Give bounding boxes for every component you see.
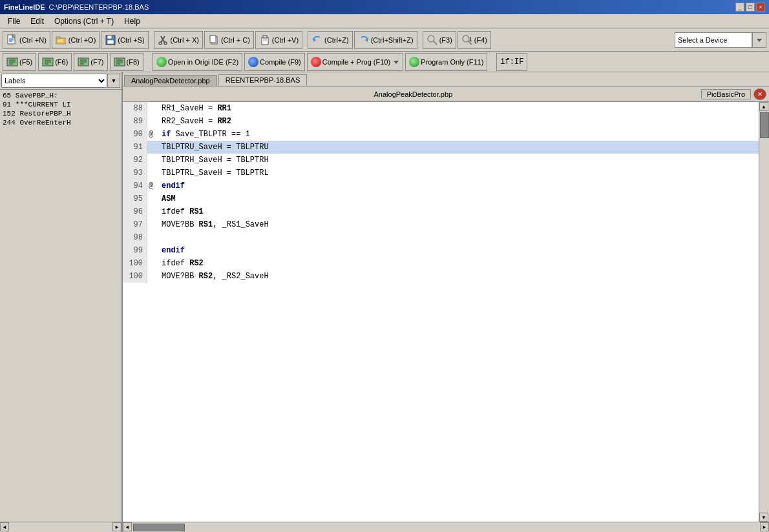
compile-label: Compile (F9): [260, 58, 301, 66]
vscroll-thumb[interactable]: [760, 112, 769, 138]
open-orig-ide-button[interactable]: Open in Origi IDE (F2): [153, 53, 242, 71]
toolbar2-f6-button[interactable]: (F6): [38, 53, 72, 71]
label-item[interactable]: 65 SavePBP_H:: [1, 91, 120, 100]
paste-button-label: (Ctrl +V): [272, 36, 299, 44]
open-button[interactable]: (Ctrl +O): [52, 31, 100, 49]
redo-button-label: (Ctrl+Shift+Z): [371, 36, 414, 44]
green-open-icon: [156, 57, 167, 67]
compile-button[interactable]: Compile (F9): [244, 53, 305, 71]
find-icon: [427, 34, 438, 46]
svg-point-14: [159, 42, 162, 45]
editor-mode[interactable]: PicBasicPro: [701, 89, 751, 99]
redo-icon: [358, 34, 370, 46]
code-line-99: 99 endif: [123, 244, 759, 257]
tb2-icon4: [114, 57, 125, 66]
left-panel-hscroll: ◄ ►: [0, 522, 121, 532]
undo-button[interactable]: (Ctrl+Z): [308, 31, 353, 49]
toolbar2-f7-button[interactable]: (F7): [74, 53, 107, 71]
labels-dropdown[interactable]: Labels: [1, 74, 107, 88]
toolbar1: (Ctrl +N) (Ctrl +O) (Ctrl +S) (Ctrl + X): [0, 28, 769, 52]
toolbar2: (F5) (F6) (F7) (F8) Open in Origi: [0, 52, 769, 72]
title-controls[interactable]: _ □ ×: [735, 3, 765, 12]
program-only-button[interactable]: Program Only (F11): [405, 53, 487, 71]
code-line-98: 98: [123, 231, 759, 244]
code-lines: 88 RR1_SaveH = RR1 89 RR2_SaveH = RR2 90…: [123, 102, 759, 522]
find-button-label: (F3): [439, 36, 452, 44]
tb2-icon2: [42, 57, 54, 66]
code-line-100: 100 ifdef RS2: [123, 257, 759, 270]
left-panel-header: Labels ▼: [0, 72, 121, 90]
new-button[interactable]: (Ctrl +N): [3, 31, 50, 49]
menu-file[interactable]: File: [3, 15, 25, 27]
code-line-96: 96 ifdef RS1: [123, 205, 759, 218]
svg-marker-47: [394, 61, 399, 64]
toolbar2-f8-button[interactable]: (F8): [110, 53, 143, 71]
svg-point-26: [463, 36, 469, 42]
toolbar2-f5-button[interactable]: (F5): [3, 53, 36, 71]
hscroll-thumb[interactable]: [133, 524, 185, 531]
menu-help[interactable]: Help: [119, 15, 145, 27]
close-window-button[interactable]: ×: [756, 3, 765, 12]
toolbar2-f7-label: (F7): [90, 58, 103, 66]
cut-icon: [158, 34, 169, 46]
tb2-icon3: [78, 57, 89, 66]
left-panel: Labels ▼ 65 SavePBP_H: 91 ***CURRENT LI …: [0, 72, 123, 532]
code-line-88: 88 RR1_SaveH = RR1: [123, 102, 759, 115]
save-button[interactable]: (Ctrl +S): [101, 31, 148, 49]
vscroll-track[interactable]: [759, 111, 769, 513]
svg-rect-19: [263, 36, 267, 38]
tab-reenter[interactable]: REENTERPBP-18.BAS: [218, 74, 308, 86]
code-line-94: 94 @ endif: [123, 179, 759, 192]
find-button[interactable]: (F3): [423, 31, 456, 49]
hscroll-track[interactable]: [132, 522, 760, 532]
title-bar: FineLineIDE C:\PBP\REENTERPBP-18.BAS _ □…: [0, 0, 769, 14]
tab-analog[interactable]: AnalogPeakDetector.pbp: [124, 75, 217, 86]
open-file-icon: [56, 34, 67, 46]
label-item[interactable]: 91 ***CURRENT LI: [1, 100, 120, 109]
vscroll-up-button[interactable]: ▲: [759, 102, 768, 111]
editor-hscrollbar: ◄ ►: [123, 522, 769, 532]
main-area: Labels ▼ 65 SavePBP_H: 91 ***CURRENT LI …: [0, 72, 769, 532]
hscroll-right-button[interactable]: ►: [760, 522, 769, 531]
vscroll-down-button[interactable]: ▼: [759, 513, 768, 522]
compile-icon: [248, 57, 258, 67]
device-select-input[interactable]: [675, 32, 752, 48]
open-button-label: (Ctrl +O): [68, 36, 96, 44]
left-hscroll-track[interactable]: [9, 522, 112, 532]
device-selector-container: [675, 32, 766, 48]
hscroll-left-button[interactable]: ◄: [123, 522, 132, 531]
code-line-90: 90 @ if Save_TBLPTR == 1: [123, 128, 759, 141]
left-hscroll-left[interactable]: ◄: [0, 522, 9, 531]
find-next-button[interactable]: (F4): [458, 31, 491, 49]
compile-prog-button[interactable]: Compile + Prog (F10): [307, 53, 403, 71]
label-item[interactable]: 152 RestorePBP_H: [1, 109, 120, 118]
program-only-label: Program Only (F11): [421, 58, 483, 66]
chevron-down-icon-compile: [393, 59, 399, 65]
left-hscroll-right[interactable]: ►: [112, 522, 121, 531]
minimize-button[interactable]: _: [735, 3, 744, 12]
code-editor[interactable]: 88 RR1_SaveH = RR1 89 RR2_SaveH = RR2 90…: [123, 102, 769, 522]
svg-marker-30: [757, 39, 762, 42]
device-dropdown-button[interactable]: [752, 32, 766, 48]
redo-button[interactable]: (Ctrl+Shift+Z): [354, 31, 417, 49]
label-item[interactable]: 244 OverReEnterH: [1, 118, 120, 127]
menu-edit[interactable]: Edit: [25, 15, 49, 27]
copy-button[interactable]: (Ctrl + C): [204, 31, 254, 49]
undo-icon: [311, 34, 323, 46]
svg-rect-11: [107, 40, 114, 44]
cut-button[interactable]: (Ctrl + X): [154, 31, 203, 49]
paste-button[interactable]: (Ctrl +V): [255, 31, 302, 49]
menu-bar: File Edit Options (Ctrl + T) Help: [0, 14, 769, 28]
new-file-icon: [6, 34, 18, 46]
copy-icon: [208, 34, 220, 46]
close-file-button[interactable]: ✕: [753, 88, 766, 100]
new-button-label: (Ctrl +N): [19, 36, 47, 44]
code-line-101: 100 MOVE?BB RS2, _RS2_SaveH: [123, 270, 759, 283]
maximize-button[interactable]: □: [746, 3, 755, 12]
menu-options[interactable]: Options (Ctrl + T): [49, 15, 119, 27]
code-line-95: 95 ASM: [123, 192, 759, 205]
code-line-93: 93 TBLPTRL_SaveH = TBLPTRL: [123, 167, 759, 179]
svg-marker-23: [365, 38, 368, 42]
labels-filter-button[interactable]: ▼: [107, 74, 120, 88]
if-toggle-button[interactable]: if:IF: [496, 53, 527, 71]
